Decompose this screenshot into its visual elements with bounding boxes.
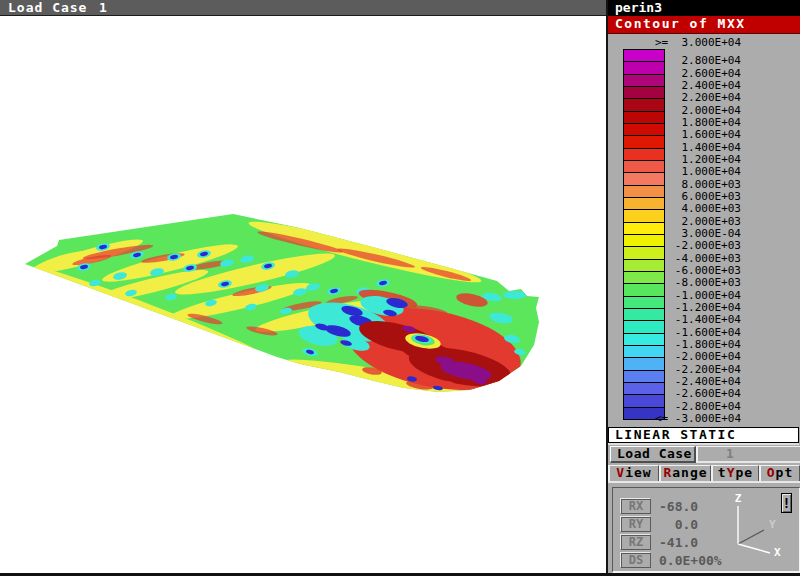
load-case-button[interactable]: Load Case [610,446,696,463]
legend-label: -8.000E+03 [641,277,741,289]
legend-label: 6.000E+03 [641,191,741,203]
legend-label: 2.400E+04 [641,80,741,92]
alert-marker[interactable]: ! [781,493,792,513]
legend-label: -2.800E+04 [641,401,741,413]
legend-label: 1.200E+04 [641,154,741,166]
ry-button[interactable]: RY [621,517,651,532]
axis-x-label: X [774,546,781,559]
legend-label: 1.800E+04 [641,117,741,129]
contour-plot [0,16,606,573]
application-window: Load Case 1 perin3 Contour of MXX >= 3.0… [0,0,800,576]
viewport-titlebar: Load Case 1 [0,0,606,16]
legend-label: 2.600E+04 [641,68,741,80]
rx-button[interactable]: RX [621,499,651,514]
rz-button[interactable]: RZ [621,535,651,550]
axis-z-label: Z [735,492,742,505]
legend-label: 3.000E-04 [641,228,741,240]
axis-y-label: Y [769,518,776,531]
rx-value: -68.0 [659,499,698,514]
contour-header: Contour of MXX [608,16,800,34]
legend-label: 2.000E+03 [641,216,741,228]
opt-button[interactable]: Opt [759,465,800,481]
legend-label: -2.000E+03 [641,240,741,252]
legend-label: -4.000E+03 [641,253,741,265]
ry-value: 0.0 [659,517,698,532]
range-button[interactable]: Range [659,465,711,481]
legend-label: 2.000E+04 [641,105,741,117]
rz-value: -41.0 [659,535,698,550]
legend-label: -2.600E+04 [641,388,741,400]
legend-label: -1.200E+04 [641,302,741,314]
ds-button[interactable]: DS [621,553,651,568]
legend-label: -2.000E+04 [641,351,741,363]
legend-label: 1.000E+04 [641,166,741,178]
load-case-field[interactable]: 1 [696,446,800,463]
load-case-title-number: 1 [99,0,107,15]
legend-label: -1.800E+04 [641,339,741,351]
legend-label: -6.000E+03 [641,265,741,277]
plate-mesh [0,16,606,573]
legend-label: 1.600E+04 [641,129,741,141]
legend-label: 8.000E+03 [641,179,741,191]
legend-label: 1.400E+04 [641,142,741,154]
load-case-row: Load Case 1 [608,446,800,464]
legend-label: 4.000E+03 [641,203,741,215]
legend-label: -2.400E+04 [641,376,741,388]
analysis-type: LINEAR STATIC [608,427,799,443]
legend-label: 2.800E+04 [641,55,741,67]
legend-label: -2.200E+04 [641,364,741,376]
legend-label: <= -3.000E+04 [641,413,741,425]
type-button[interactable]: tYpe [711,465,759,481]
legend-label: 2.200E+04 [641,92,741,104]
legend-label: -1.400E+04 [641,314,741,326]
legend-label: -1.000E+04 [641,290,741,302]
model-viewport[interactable] [0,16,606,573]
model-title: perin3 [608,0,800,16]
legend-label: >= 3.000E+04 [641,37,741,49]
viewport-area: Load Case 1 [0,0,608,573]
view-button[interactable]: View [608,465,659,481]
panel-button-row: ViewRangetYpeOpt [608,465,800,483]
load-case-title-label: Load Case [8,0,87,15]
view-info-panel: RX-68.0RY 0.0RZ-41.0DS0.0E+00% Z Y X ! [612,487,800,573]
legend-label: -1.600E+04 [641,327,741,339]
control-panel: perin3 Contour of MXX >= 3.000E+042.800E… [608,0,800,573]
